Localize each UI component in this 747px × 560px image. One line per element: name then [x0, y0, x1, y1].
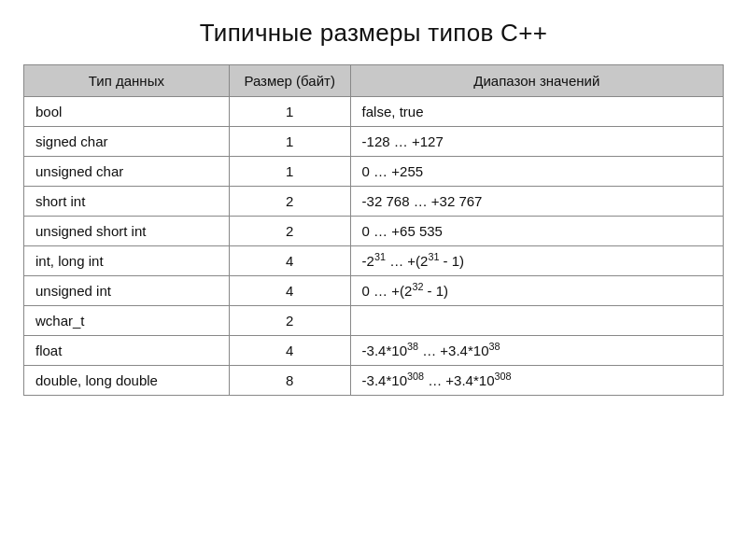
cell-range: false, true: [350, 97, 723, 127]
cell-type: unsigned int: [24, 276, 230, 306]
cell-size: 4: [229, 246, 350, 276]
cell-range: -32 768 … +32 767: [350, 187, 723, 217]
page-title: Типичные размеры типов С++: [200, 19, 547, 48]
cell-type: double, long double: [24, 366, 230, 396]
cell-type: int, long int: [24, 246, 230, 276]
table-row: wchar_t2: [24, 306, 724, 336]
table-row: bool1false, true: [24, 97, 724, 127]
cell-size: 2: [229, 187, 350, 217]
table-header-row: Тип данных Размер (байт) Диапазон значен…: [24, 65, 724, 97]
header-range: Диапазон значений: [350, 65, 723, 97]
table-row: unsigned int40 … +(232 - 1): [24, 276, 724, 306]
cell-range: -231 … +(231 - 1): [350, 246, 723, 276]
cell-size: 1: [229, 127, 350, 157]
cell-range: 0 … +65 535: [350, 217, 723, 246]
cell-range: 0 … +255: [350, 157, 723, 187]
cell-range: -128 … +127: [350, 127, 723, 157]
cell-type: short int: [24, 187, 230, 217]
header-type: Тип данных: [24, 65, 230, 97]
table-row: float4-3.4*1038 … +3.4*1038: [24, 336, 724, 366]
cell-type: bool: [24, 97, 230, 127]
cell-type: signed char: [24, 127, 230, 157]
cell-range: 0 … +(232 - 1): [350, 276, 723, 306]
cell-type: wchar_t: [24, 306, 230, 336]
table-row: unsigned char10 … +255: [24, 157, 724, 187]
cell-size: 4: [229, 336, 350, 366]
cell-size: 1: [229, 157, 350, 187]
cell-range: -3.4*10308 … +3.4*10308: [350, 366, 723, 396]
table-row: short int2-32 768 … +32 767: [24, 187, 724, 217]
cell-size: 8: [229, 366, 350, 396]
cell-size: 4: [229, 276, 350, 306]
cell-type: float: [24, 336, 230, 366]
cell-range: [350, 306, 723, 336]
cell-range: -3.4*1038 … +3.4*1038: [350, 336, 723, 366]
cell-size: 2: [229, 217, 350, 246]
table-row: unsigned short int20 … +65 535: [24, 217, 724, 246]
cell-type: unsigned short int: [24, 217, 230, 246]
table-row: signed char1-128 … +127: [24, 127, 724, 157]
types-table: Тип данных Размер (байт) Диапазон значен…: [23, 64, 724, 396]
cell-size: 1: [229, 97, 350, 127]
table-row: double, long double8-3.4*10308 … +3.4*10…: [24, 366, 724, 396]
cell-type: unsigned char: [24, 157, 230, 187]
table-row: int, long int4-231 … +(231 - 1): [24, 246, 724, 276]
header-size: Размер (байт): [229, 65, 350, 97]
cell-size: 2: [229, 306, 350, 336]
